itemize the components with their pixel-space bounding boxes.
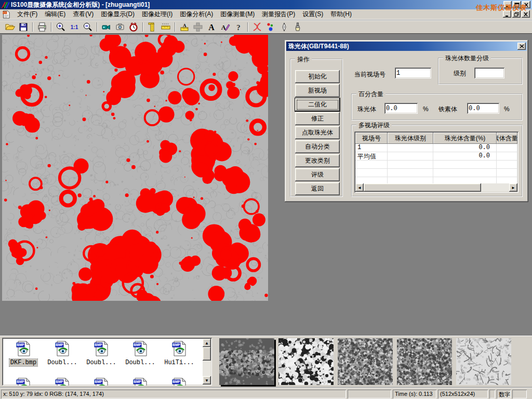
measure-text-icon[interactable]: A: [178, 21, 191, 33]
current-field-input[interactable]: [395, 68, 431, 78]
pick-tool-icon[interactable]: [277, 21, 291, 33]
brand-overlay-text: 佳木斯仪器仪表: [476, 3, 527, 12]
menu-item[interactable]: 文件(F): [14, 9, 41, 19]
file-item[interactable]: BMPDoubl...: [44, 340, 81, 366]
auto-classify-button[interactable]: 自动分类: [295, 140, 340, 153]
file-item-partial[interactable]: BMP: [161, 377, 198, 385]
hscroll-thumb[interactable]: [364, 183, 481, 192]
menu-item[interactable]: 帮助(H): [327, 9, 355, 19]
status-panel: [348, 390, 391, 398]
table-column-header[interactable]: 视场号: [355, 132, 388, 144]
grade-input[interactable]: [474, 68, 504, 78]
file-item[interactable]: BMPDoubl...: [83, 340, 120, 366]
table-cell: [433, 169, 497, 177]
zoom-in-icon[interactable]: [54, 21, 68, 33]
file-item-partial[interactable]: BMP: [122, 377, 159, 385]
new-field-button[interactable]: 新视场: [295, 84, 340, 97]
table-row[interactable]: 平均值0.0: [355, 152, 517, 161]
return-button[interactable]: 返回: [295, 182, 340, 195]
camera-capture-icon[interactable]: [113, 21, 127, 33]
dialog-title-bar[interactable]: 珠光体(GB/T9441-88): [286, 42, 527, 51]
table-cell: 1: [355, 144, 388, 152]
title-bar[interactable]: IS100显微摄像系统(金相分析版) - [zhuguangti01]: [0, 0, 532, 9]
menu-item[interactable]: 查看(V): [69, 9, 97, 19]
print-icon[interactable]: [35, 21, 49, 33]
filelist-vscrollbar[interactable]: ▲ ▼: [203, 339, 211, 384]
menu-item[interactable]: 图像显示(D): [97, 9, 138, 19]
svg-text:BMP: BMP: [134, 343, 141, 347]
file-item-partial[interactable]: BMP: [5, 377, 42, 385]
file-item-partial[interactable]: BMP: [44, 377, 81, 385]
file-item[interactable]: BMPHuiTi...: [161, 340, 198, 366]
pearlite-percent-input[interactable]: [384, 103, 418, 114]
grid-icon[interactable]: [191, 21, 205, 33]
file-list[interactable]: ▲ ▼ BMPDKF.bmpBMPDoubl...BMPDoubl...BMPD…: [2, 338, 212, 385]
file-name: Doubl...: [85, 359, 117, 366]
change-class-button[interactable]: 更改类别: [295, 154, 340, 167]
file-item[interactable]: BMPDoubl...: [122, 340, 159, 366]
thumbnail-1[interactable]: [219, 338, 274, 385]
annotate-icon[interactable]: A: [218, 21, 232, 33]
table-row[interactable]: [355, 161, 517, 169]
table-cell: [497, 152, 517, 160]
menu-item[interactable]: 设置(S): [299, 9, 327, 19]
table-column-header[interactable]: 珠光体含量(%): [433, 132, 497, 144]
thumbnail-5[interactable]: [456, 338, 511, 385]
svg-text:BMP: BMP: [134, 380, 141, 383]
table-cell: [388, 169, 433, 177]
save-icon[interactable]: [17, 21, 30, 33]
caliper-icon[interactable]: [145, 21, 159, 33]
bmp-file-icon: BMP: [15, 351, 32, 358]
menu-item[interactable]: 测量报告(P): [258, 9, 299, 19]
video-capture-icon[interactable]: [100, 21, 113, 33]
pearlite-percent-label: 珠光体: [357, 105, 376, 114]
svg-text:BMP: BMP: [56, 343, 63, 347]
grade-button[interactable]: 评级: [295, 168, 340, 181]
metallographic-image[interactable]: [2, 35, 268, 301]
table-row[interactable]: 10.0: [355, 144, 517, 152]
actual-size-icon[interactable]: 1:1: [68, 21, 81, 33]
grade-label: 级别: [454, 69, 466, 78]
pick-pearlite-button[interactable]: 点取珠光体: [295, 126, 340, 139]
ferrite-percent-label: 铁素体: [438, 105, 457, 114]
zoom-out-icon[interactable]: [81, 21, 95, 33]
text-icon[interactable]: A: [205, 21, 218, 33]
thumbnail-3[interactable]: [338, 338, 393, 385]
pearlite-dialog: 珠光体(GB/T9441-88) 操作 初始化新视场二值化修正点取珠光体自动分类…: [285, 40, 528, 202]
multifield-table[interactable]: 视场号珠光体级别珠光体含量(%)铁素体含量(%) 10.0平均值0.0 ◄ ►: [354, 131, 518, 193]
multifield-group-label: 多视场评级: [356, 121, 392, 130]
ruler-icon[interactable]: [159, 21, 172, 33]
timer-icon[interactable]: [127, 21, 140, 33]
scroll-left-icon[interactable]: ◄: [355, 183, 364, 192]
curve-tool-icon[interactable]: [250, 21, 264, 33]
file-name: Doubl...: [46, 359, 78, 366]
table-row[interactable]: [355, 169, 517, 177]
classify-tool-icon[interactable]: [264, 21, 277, 33]
table-column-header[interactable]: 珠光体级别: [388, 132, 433, 144]
scroll-down-icon[interactable]: ▼: [203, 376, 211, 384]
scroll-up-icon[interactable]: ▲: [203, 339, 211, 347]
bmp-file-icon: BMP: [132, 351, 149, 358]
scroll-right-icon[interactable]: ►: [509, 183, 517, 192]
open-file-icon[interactable]: [3, 21, 17, 33]
file-item-partial[interactable]: BMP: [83, 377, 120, 385]
help-icon[interactable]: ?: [232, 21, 245, 33]
ferrite-percent-input[interactable]: [467, 103, 499, 114]
binarize-button[interactable]: 二值化: [295, 98, 340, 111]
menu-item[interactable]: 图像处理(I): [138, 9, 176, 19]
table-hscrollbar[interactable]: ◄ ►: [355, 183, 517, 192]
bmp-file-icon: BMP: [171, 351, 188, 358]
dialog-close-icon[interactable]: [517, 43, 526, 50]
init-button[interactable]: 初始化: [295, 70, 340, 83]
menu-item[interactable]: 图像分析(A): [176, 9, 217, 19]
table-cell: [388, 144, 433, 152]
thumbnail-2[interactable]: [278, 338, 334, 385]
file-item[interactable]: BMPDKF.bmp: [5, 340, 42, 366]
vscroll-thumb[interactable]: [203, 347, 211, 361]
brush-tool-icon[interactable]: [291, 21, 304, 33]
menu-item[interactable]: 编辑(E): [41, 9, 69, 19]
menu-item[interactable]: 图像测量(M): [217, 9, 258, 19]
thumbnail-4[interactable]: [397, 338, 452, 385]
table-column-header[interactable]: 铁素体含量(%): [497, 132, 517, 144]
correct-button[interactable]: 修正: [295, 112, 340, 125]
